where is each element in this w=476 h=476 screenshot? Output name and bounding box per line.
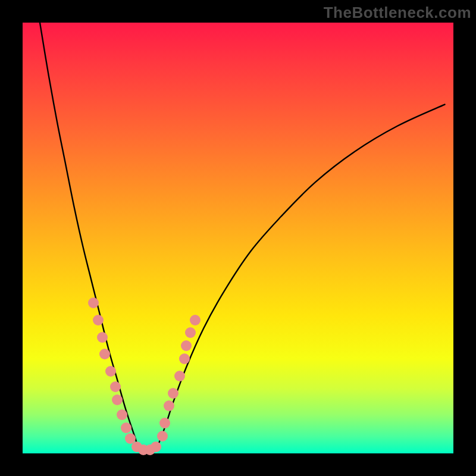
data-marker	[99, 349, 110, 359]
data-marker	[181, 340, 192, 351]
chart-outer-frame: TheBottleneck.com	[0, 0, 476, 476]
data-marker	[117, 409, 127, 420]
watermark-text: TheBottleneck.com	[324, 4, 471, 22]
data-marker	[93, 315, 104, 325]
data-marker	[174, 371, 185, 381]
data-marker	[88, 298, 99, 308]
data-marker	[110, 381, 121, 392]
data-marker	[179, 353, 190, 364]
data-marker	[168, 388, 178, 399]
curve-path	[40, 23, 445, 452]
data-marker	[97, 332, 108, 343]
data-marker	[190, 315, 201, 325]
data-marker	[112, 394, 123, 405]
data-marker	[121, 422, 131, 433]
chart-plot-area	[23, 23, 453, 453]
bottleneck-curve	[23, 23, 453, 453]
